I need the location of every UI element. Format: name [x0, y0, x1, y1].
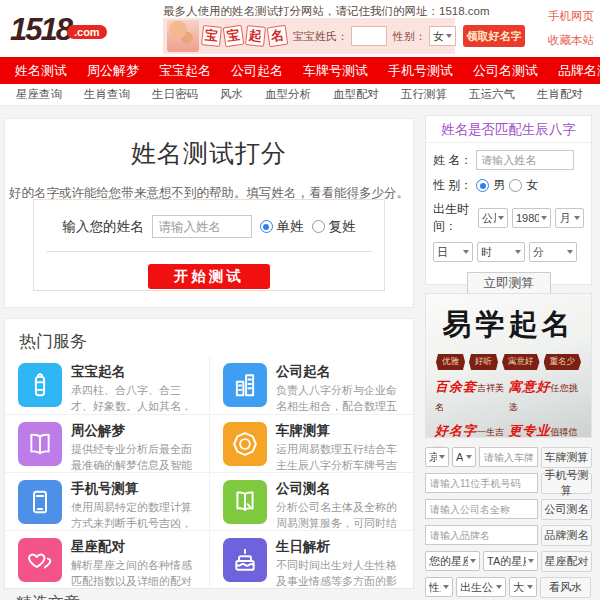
double-surname-radio[interactable]: 复姓 — [312, 218, 356, 236]
subnav-item-constellation[interactable]: 星座查询 — [5, 84, 73, 105]
nav-item-name-test[interactable]: 姓名测试 — [5, 57, 77, 84]
claim-name-button[interactable]: 领取好名字 — [463, 25, 525, 47]
bazi-name-label: 姓 名： — [433, 152, 472, 169]
subnav-item-wuyun[interactable]: 五运六气 — [458, 84, 526, 105]
ad-title: 易学起名 — [426, 305, 591, 345]
subnav-item-birthday-code[interactable]: 生日密码 — [141, 84, 209, 105]
plate-province-select[interactable]: 京 — [425, 447, 449, 467]
banner-badge-char: 起 — [245, 25, 266, 47]
bazi-name-input[interactable] — [476, 150, 574, 170]
birth-year-select[interactable]: 1980年 — [512, 208, 551, 228]
nav-item-baby-naming[interactable]: 宝宝起名 — [149, 57, 221, 84]
single-surname-radio[interactable]: 单姓 — [260, 218, 304, 236]
bazi-male-radio[interactable]: 男 — [476, 177, 505, 194]
name-input[interactable] — [152, 215, 252, 238]
phone-number-input[interactable] — [425, 473, 538, 493]
services-grid: 宝宝起名承四柱、合八字、合三才、好象数。人如其名，名不正则言不顺。 公司起名负责… — [5, 356, 413, 588]
mobile-site-link[interactable]: 手机网页 — [548, 9, 594, 24]
service-card-plate-test[interactable]: 车牌测算运用周易数理五行结合车主生辰八字分析车牌号吉凶服务。 — [209, 414, 413, 472]
chevron-down-icon — [446, 34, 452, 38]
chevron-down-icon — [541, 216, 547, 220]
baby-gender-select[interactable]: 女 — [429, 26, 456, 46]
phone-test-button[interactable]: 手机号测算 — [541, 473, 592, 494]
baby-surname-input[interactable] — [351, 26, 387, 46]
logo-text: 1518 — [10, 12, 71, 47]
hearts-icon — [18, 538, 62, 582]
quick-tools: 京 A 车牌测算 手机号测算 公司测名 品牌测名 您的星座 TA的星座 星座配对… — [425, 447, 592, 600]
radio-unselected-icon — [312, 220, 325, 233]
subnav-item-blood-analysis[interactable]: 血型分析 — [254, 84, 322, 105]
bazi-match-panel: 姓名是否匹配生辰八字 姓 名： 性 别： 男 女 出生时间： 公历 1980年 … — [425, 115, 592, 285]
bookmark-link[interactable]: 收藏本站 — [548, 33, 594, 48]
radio-selected-icon — [260, 220, 273, 233]
baby-bottle-icon — [18, 363, 62, 407]
ad-selling-points: 百余套吉祥美名 寓意好任您挑选 — [426, 377, 591, 414]
plate-letter-select[interactable]: A — [452, 447, 476, 467]
door-direction-select[interactable]: 大门朝向 — [509, 577, 537, 597]
company-book-icon — [223, 480, 267, 524]
cake-icon — [223, 538, 267, 582]
bazi-female-radio[interactable]: 女 — [509, 177, 538, 194]
birth-month-select[interactable]: 月 — [555, 208, 584, 228]
service-card-phone-test[interactable]: 手机号测算使用周易特定的数理计算方式来判断手机号吉凶，可同时结合机主八字。 — [5, 472, 209, 530]
brand-test-button[interactable]: 品牌测名 — [541, 525, 592, 546]
subnav-item-shengxiao-match[interactable]: 生肖配对 — [526, 84, 594, 105]
nav-item-brand-test[interactable]: 品牌名测试 — [548, 57, 600, 84]
baby-naming-banner[interactable]: 宝 宝 起 名 宝宝姓氏： 性别： 女 领取好名字 — [163, 18, 455, 54]
birth-day-select[interactable]: 日 — [433, 242, 473, 262]
subnav-item-fengshui[interactable]: 风水 — [209, 84, 254, 105]
service-card-dream[interactable]: 周公解梦提供经专业分析后最全面最准确的解梦信息及智能搜索服务。 — [5, 414, 209, 472]
ta-sign-select[interactable]: TA的星座 — [483, 551, 538, 571]
bazi-submit-button[interactable]: 立即测算 — [467, 272, 551, 294]
brand-name-input[interactable] — [425, 525, 538, 545]
service-card-zodiac-match[interactable]: 星座配对解析星座之间的各种情感匹配指数以及详细的配对分析。 — [5, 530, 209, 588]
plate-number-input[interactable] — [479, 447, 538, 467]
dream-book-icon — [18, 422, 62, 466]
name-input-label: 输入您的姓名 — [63, 218, 144, 236]
start-test-button[interactable]: 开始测试 — [148, 264, 270, 289]
chevron-down-icon — [466, 455, 472, 459]
primary-nav: 姓名测试 周公解梦 宝宝起名 公司起名 车牌号测试 手机号测试 公司名测试 品牌… — [0, 57, 600, 84]
birth-hour-select[interactable]: 时 — [477, 242, 525, 262]
site-logo[interactable]: 1518.com — [10, 12, 107, 48]
zodiac-match-row: 您的星座 TA的星座 星座配对 — [425, 551, 592, 571]
surname-label: 宝宝姓氏： — [293, 29, 348, 44]
nav-item-dream[interactable]: 周公解梦 — [77, 57, 149, 84]
radio-selected-icon — [476, 179, 489, 192]
fengshui-birth-select[interactable]: 出生公历 — [456, 577, 506, 597]
phone-icon — [18, 480, 62, 524]
subnav-item-wuxing[interactable]: 五行测算 — [390, 84, 458, 105]
fengshui-gender-select[interactable]: 性别 — [425, 577, 453, 597]
nav-item-plate-test[interactable]: 车牌号测试 — [293, 57, 378, 84]
service-card-baby-naming[interactable]: 宝宝起名承四柱、合八字、合三才、好象数。人如其名，名不正则言不顺。 — [5, 356, 209, 414]
family-illustration — [167, 20, 199, 52]
nav-item-company-test[interactable]: 公司名测试 — [463, 57, 548, 84]
chevron-down-icon — [527, 585, 533, 589]
nav-item-company-naming[interactable]: 公司起名 — [221, 57, 293, 84]
bazi-panel-title: 姓名是否匹配生辰八字 — [426, 116, 591, 143]
page: 1518.com 最多人使用的姓名测试打分网站，请记住我们的网址：1518.co… — [0, 0, 600, 600]
zodiac-match-button[interactable]: 星座配对 — [541, 551, 592, 572]
chevron-down-icon — [498, 216, 504, 220]
chevron-down-icon — [443, 585, 449, 589]
yixue-naming-ad[interactable]: 易学起名 优雅 好听 寓意好 重名少 百余套吉祥美名 寓意好任您挑选 好名字一生… — [425, 293, 592, 438]
service-card-company-test[interactable]: 公司测名分析公司名主体及全称的周易测算服务，可同时结合负责人八字。 — [209, 472, 413, 530]
header: 1518.com 最多人使用的姓名测试打分网站，请记住我们的网址：1518.co… — [0, 0, 600, 57]
service-card-birthday[interactable]: 生日解析不同时间出生对人生性格及事业情感等多方面的影响。 — [209, 530, 413, 588]
subnav-item-qq-test[interactable]: QQ号测试 — [594, 84, 600, 105]
your-sign-select[interactable]: 您的星座 — [425, 551, 480, 571]
company-test-button[interactable]: 公司测名 — [541, 499, 592, 520]
fengshui-button[interactable]: 看风水 — [540, 577, 591, 598]
hot-services-panel: 热门服务 宝宝起名承四柱、合八字、合三才、好象数。人如其名，名不正则言不顺。 公… — [4, 318, 414, 589]
company-name-input[interactable] — [425, 499, 538, 519]
name-test-form: 输入您的姓名 单姓 复姓 开始测试 — [33, 199, 385, 291]
plate-test-button[interactable]: 车牌测算 — [541, 447, 592, 468]
nav-item-phone-test[interactable]: 手机号测试 — [378, 57, 463, 84]
site-notice: 最多人使用的姓名测试打分网站，请记住我们的网址：1518.com — [163, 4, 490, 19]
subnav-item-blood-match[interactable]: 血型配对 — [322, 84, 390, 105]
service-card-company-naming[interactable]: 公司起名负责人八字分析与企业命名相生相合，配合数理五行及经营行业起名。 — [209, 356, 413, 414]
banner-badge-char: 名 — [267, 25, 289, 47]
subnav-item-shengxiao[interactable]: 生肖查询 — [73, 84, 141, 105]
birth-minute-select[interactable]: 分 — [529, 242, 577, 262]
calendar-type-select[interactable]: 公历 — [478, 208, 508, 228]
